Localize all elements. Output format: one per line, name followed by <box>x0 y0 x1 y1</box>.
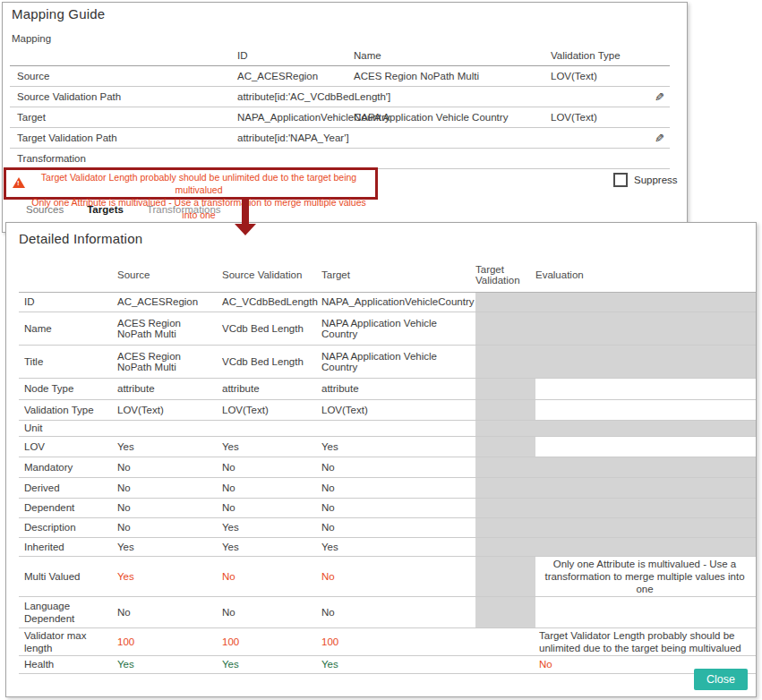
table-row: ID AC_ACESRegion AC_VCdbBedLength NAPA_A… <box>19 292 756 312</box>
cell-evaluation <box>535 312 756 345</box>
mapping-guide-window: Mapping Guide Mapping ID Name Validation… <box>2 2 688 233</box>
cell-target: NAPA Application Vehicle Country <box>321 312 475 345</box>
tab-transformations[interactable]: Transformations <box>147 204 221 215</box>
cell-source-validation: Yes <box>222 517 321 537</box>
cell-target: LOV(Text) <box>321 399 475 420</box>
cell-source-validation: No <box>222 498 321 517</box>
cell-id: attribute[id:'NAPA_Year'] <box>232 128 348 149</box>
cell-target-validation <box>475 345 535 378</box>
cell-source: 100 <box>117 627 222 655</box>
cell-evaluation <box>535 378 756 399</box>
cell-source-validation: Yes <box>222 436 321 457</box>
cell-target-validation <box>475 596 535 627</box>
cell-target-validation <box>475 378 535 399</box>
mapping-col-label <box>10 46 232 66</box>
mapping-section-label: Mapping <box>12 33 51 44</box>
cell-validation-type: LOV(Text) <box>545 107 628 128</box>
suppress-label: Suppress <box>634 175 678 185</box>
cell-target-validation <box>475 498 535 517</box>
row-label: Source <box>10 66 232 87</box>
cell-evaluation <box>535 517 756 537</box>
cell-evaluation <box>535 477 756 498</box>
row-label: Unit <box>19 420 117 436</box>
cell-source-validation: VCdb Bed Length <box>222 345 321 378</box>
cell-target: Yes <box>321 537 475 556</box>
warning-line-1: Target Validator Length probably should … <box>24 171 373 196</box>
cell-target: No <box>321 457 475 477</box>
table-row: Description No Yes No <box>19 517 756 537</box>
table-row: Unit <box>19 420 756 436</box>
cell-source: ACES Region NoPath Multi <box>117 345 222 378</box>
cell-source: LOV(Text) <box>117 399 222 420</box>
cell-target: NAPA Application Vehicle Country <box>321 345 475 378</box>
row-label: Inherited <box>19 537 117 556</box>
table-row: Title ACES Region NoPath Multi VCdb Bed … <box>19 345 756 378</box>
mapping-header-row: ID Name Validation Type <box>10 46 670 66</box>
cell-source-validation: No <box>222 556 321 596</box>
cell-evaluation <box>535 399 756 420</box>
cell-source: Yes <box>117 436 222 457</box>
cell-target: No <box>321 498 475 517</box>
cell-source: Yes <box>117 655 222 673</box>
table-row: Transformation <box>10 149 670 169</box>
cell-target: Yes <box>321 655 475 673</box>
cell-source-validation: Yes <box>222 537 321 556</box>
cell-source: No <box>117 517 222 537</box>
edit-icon[interactable]: ✎ <box>655 90 664 104</box>
row-label: Validator max length <box>19 627 117 655</box>
row-label: Dependent <box>19 498 117 517</box>
row-label: Description <box>19 517 117 537</box>
detail-col-target: Target <box>321 259 475 292</box>
tab-sources[interactable]: Sources <box>26 204 64 215</box>
cell-source-validation: attribute <box>222 378 321 399</box>
row-label: Health <box>19 655 117 673</box>
table-row: LOV Yes Yes Yes <box>19 436 756 457</box>
edit-icon[interactable]: ✎ <box>655 132 664 145</box>
detailed-table: Source Source Validation Target Target V… <box>19 259 756 674</box>
annotation-arrow <box>235 199 257 235</box>
cell-source-validation <box>222 420 321 436</box>
cell-target: attribute <box>321 378 475 399</box>
cell-target-validation <box>475 399 535 420</box>
cell-source-validation: 100 <box>222 627 321 655</box>
suppress-checkbox[interactable] <box>613 173 628 187</box>
cell-target-validation <box>475 556 535 596</box>
table-row: Target Validation Path attribute[id:'NAP… <box>10 128 670 149</box>
row-label: Target <box>10 107 232 128</box>
table-row: Validation Type LOV(Text) LOV(Text) LOV(… <box>19 399 756 420</box>
cell-source-validation: LOV(Text) <box>222 399 321 420</box>
cell-source: Yes <box>117 537 222 556</box>
row-label: Node Type <box>19 378 117 399</box>
table-row: Inherited Yes Yes Yes <box>19 537 756 556</box>
cell-target: No <box>321 596 475 627</box>
detail-col-label <box>19 259 117 292</box>
cell-source <box>117 420 222 436</box>
table-row: Multi Valued Yes No No Only one Attribut… <box>19 556 756 596</box>
detail-col-evaluation: Evaluation <box>535 259 756 292</box>
table-row: Language Dependent No No No <box>19 596 756 627</box>
cell-target: NAPA_ApplicationVehicleCountry <box>321 292 475 312</box>
row-label: LOV <box>19 436 117 457</box>
detailed-information-title: Detailed Information <box>19 231 142 246</box>
mapping-col-name: Name <box>348 46 545 66</box>
row-label: ID <box>19 292 117 312</box>
cell-target: No <box>321 556 475 596</box>
tab-bar: Sources Targets Transformations <box>26 204 221 215</box>
table-row: Node Type attribute attribute attribute <box>19 378 756 399</box>
cell-target-validation <box>475 655 535 673</box>
cell-target: 100 <box>321 627 475 655</box>
cell-target <box>321 420 475 436</box>
detail-col-source: Source <box>117 259 222 292</box>
cell-source: attribute <box>117 378 222 399</box>
close-button[interactable]: Close <box>694 669 748 690</box>
table-row: Name ACES Region NoPath Multi VCdb Bed L… <box>19 312 756 345</box>
detail-col-source-validation: Source Validation <box>222 259 321 292</box>
cell-evaluation <box>535 596 756 627</box>
row-label: Target Validation Path <box>10 128 232 149</box>
cell-id: AC_ACESRegion <box>232 66 348 87</box>
cell-source: No <box>117 596 222 627</box>
cell-name <box>348 128 545 149</box>
cell-source: No <box>117 477 222 498</box>
detail-col-target-validation: Target Validation <box>475 259 535 292</box>
tab-targets[interactable]: Targets <box>87 204 124 215</box>
